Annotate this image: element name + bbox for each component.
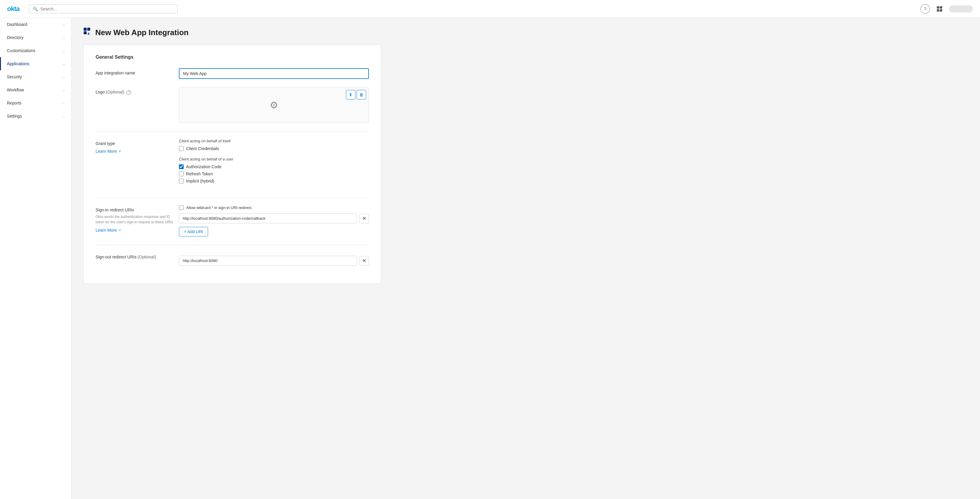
sidebar-item-workflow[interactable]: Workflow ⌄ <box>0 83 71 96</box>
implicit-hybrid-checkbox[interactable] <box>179 179 184 183</box>
add-uri-button[interactable]: + Add URI <box>179 227 208 236</box>
logo-delete-button[interactable]: 🗑 <box>356 90 366 99</box>
chevron-down-icon: ⌄ <box>62 88 65 92</box>
signin-redirect-row: Sign-in redirect URIs Okta sends the aut… <box>95 205 369 236</box>
user-avatar[interactable] <box>949 5 973 13</box>
sidebar-label-reports: Reports <box>7 100 21 105</box>
authorization-code-checkbox[interactable] <box>179 164 184 169</box>
sidebar-item-security[interactable]: Security ⌄ <box>0 70 71 83</box>
logo-label: Logo (Optional) ? <box>95 89 179 95</box>
external-link-icon-2: ↗ <box>118 228 121 232</box>
signout-uri-delete-button[interactable]: ✕ <box>359 256 369 266</box>
chevron-down-icon: ⌄ <box>62 75 65 79</box>
wildcard-checkbox[interactable] <box>179 205 184 210</box>
signout-redirect-label-col: Sign-out redirect URIs (Optional) <box>95 252 179 259</box>
sidebar-item-applications[interactable]: Applications ⌄ <box>0 57 71 70</box>
sidebar-item-settings[interactable]: Settings ⌄ <box>0 110 71 123</box>
logo-help-icon[interactable]: ? <box>127 90 131 95</box>
main-content: New Web App Integration General Settings… <box>72 18 980 499</box>
close-icon-2: ✕ <box>362 258 366 263</box>
svg-rect-4 <box>87 33 90 34</box>
implicit-hybrid-label[interactable]: Implicit (hybrid) <box>186 179 214 183</box>
svg-rect-0 <box>84 28 87 31</box>
sidebar-label-security: Security <box>7 75 22 79</box>
logo-row: Logo (Optional) ? ⬆ 🗑 <box>95 87 369 123</box>
signin-redirect-learn-more[interactable]: Learn More ↗ <box>95 228 121 233</box>
signin-redirect-label: Sign-in redirect URIs <box>95 207 179 212</box>
logo-upload-button[interactable]: ⬆ <box>346 90 355 99</box>
authorization-code-label[interactable]: Authorization Code <box>186 164 221 169</box>
refresh-token-label[interactable]: Refresh Token <box>186 172 213 176</box>
sidebar-label-workflow: Workflow <box>7 88 24 92</box>
logo-upload-actions: ⬆ 🗑 <box>346 90 366 99</box>
refresh-token-checkbox[interactable] <box>179 172 184 176</box>
app-name-input[interactable] <box>179 68 369 79</box>
signin-uri-delete-button[interactable]: ✕ <box>359 214 369 223</box>
sidebar-label-dashboard: Dashboard <box>7 22 27 27</box>
app-name-label-col: App integration name <box>95 68 179 75</box>
grant-type-label: Grant type <box>95 141 179 146</box>
app-name-row: App integration name <box>95 68 369 79</box>
search-icon: 🔍 <box>33 6 38 11</box>
signout-optional: (Optional) <box>138 255 156 259</box>
grid-icon <box>937 6 942 12</box>
grant-group-itself: Client acting on behalf of itself Client… <box>179 139 369 151</box>
signin-redirect-control-col: Allow wildcard * in sign-in URI redirect… <box>179 205 369 236</box>
sidebar-item-reports[interactable]: Reports ⌄ <box>0 96 71 110</box>
signout-redirect-label: Sign-out redirect URIs (Optional) <box>95 255 179 259</box>
search-bar[interactable]: 🔍 <box>29 5 178 13</box>
help-button[interactable]: ? <box>920 4 930 14</box>
sidebar-label-directory: Directory <box>7 35 24 40</box>
upload-icon: ⬆ <box>349 92 352 97</box>
svg-rect-1 <box>87 28 90 31</box>
signout-uri-row: ✕ <box>179 256 369 266</box>
search-input[interactable] <box>40 6 174 11</box>
chevron-down-icon: ⌄ <box>62 49 65 53</box>
divider-2 <box>95 198 369 198</box>
signin-uri-input[interactable] <box>179 214 357 223</box>
gear-icon: ⚙ <box>270 99 278 111</box>
new-app-icon <box>83 27 92 38</box>
page-title: New Web App Integration <box>95 28 188 37</box>
signout-redirect-row: Sign-out redirect URIs (Optional) ✕ <box>95 252 369 266</box>
logo-upload-area: ⬆ 🗑 ⚙ <box>179 87 369 123</box>
okta-logo: okta <box>7 5 19 13</box>
client-credentials-label[interactable]: Client Credentials <box>186 146 219 151</box>
client-credentials-checkbox[interactable] <box>179 146 184 151</box>
apps-button[interactable] <box>935 4 944 14</box>
page-title-row: New Web App Integration <box>83 27 968 38</box>
logo-label-col: Logo (Optional) ? <box>95 87 179 95</box>
wildcard-label[interactable]: Allow wildcard * in sign-in URI redirect… <box>186 206 253 210</box>
grant-type-label-col: Grant type Learn More ↗ <box>95 139 179 154</box>
sidebar-label-applications: Applications <box>7 61 29 66</box>
app-name-label: App integration name <box>95 70 179 75</box>
authorization-code-row: Authorization Code <box>179 164 369 169</box>
signout-uri-input[interactable] <box>179 256 357 266</box>
top-nav: okta 🔍 ? <box>0 0 980 18</box>
sidebar-item-directory[interactable]: Directory ⌄ <box>0 31 71 44</box>
chevron-down-icon: ⌄ <box>62 114 65 118</box>
client-itself-label: Client acting on behalf of itself <box>179 139 369 143</box>
nav-right: ? <box>920 4 973 14</box>
sidebar-item-dashboard[interactable]: Dashboard ⌄ <box>0 18 71 31</box>
external-link-icon: ↗ <box>118 150 121 153</box>
client-user-label: Client acting on behalf of a user <box>179 157 369 161</box>
grant-group-user: Client acting on behalf of a user Author… <box>179 157 369 183</box>
divider-1 <box>95 131 369 132</box>
logo-optional: (Optional) <box>106 89 124 94</box>
chevron-down-icon: ⌄ <box>62 62 65 66</box>
sidebar-label-settings: Settings <box>7 114 22 118</box>
sidebar-item-customizations[interactable]: Customizations ⌄ <box>0 44 71 57</box>
chevron-down-icon: ⌄ <box>62 22 65 27</box>
signin-redirect-label-col: Sign-in redirect URIs Okta sends the aut… <box>95 205 179 233</box>
chevron-down-icon: ⌄ <box>62 101 65 105</box>
form-card: General Settings App integration name Lo… <box>83 45 381 284</box>
refresh-token-row: Refresh Token <box>179 172 369 176</box>
app-layout: Dashboard ⌄ Directory ⌄ Customizations ⌄… <box>0 18 980 499</box>
signin-uri-row: ✕ <box>179 214 369 223</box>
grant-type-learn-more[interactable]: Learn More ↗ <box>95 149 121 154</box>
signout-redirect-control-col: ✕ <box>179 252 369 266</box>
general-settings-title: General Settings <box>95 54 369 60</box>
sidebar: Dashboard ⌄ Directory ⌄ Customizations ⌄… <box>0 18 72 499</box>
wildcard-row: Allow wildcard * in sign-in URI redirect… <box>179 205 369 210</box>
